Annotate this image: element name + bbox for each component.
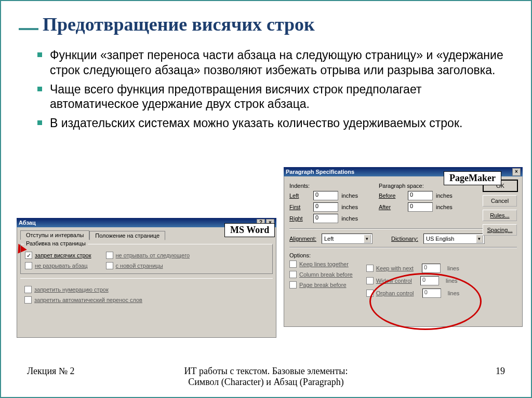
chk-page-break-before[interactable]: с новой страницы (106, 262, 190, 269)
title-accent-rule (19, 28, 38, 30)
chk-widow-control-label: запрет висячих строк (35, 252, 91, 258)
input-after[interactable]: 0 (408, 202, 433, 212)
unit-inches: inches (436, 193, 453, 199)
chk-column-break-before[interactable]: Column break before (289, 271, 353, 278)
chk-keep-together-label: не разрывать абзац (35, 263, 88, 269)
alignment-select[interactable]: Left▾ (322, 234, 373, 244)
lbl-right: Right (289, 215, 313, 222)
chk-keep-with-next-label: Keep with next (376, 265, 414, 271)
chevron-down-icon: ▾ (364, 235, 371, 243)
bullet-item: Функции «запрет переноса части абзаца на… (37, 48, 513, 78)
slide-title: Предотвращение висячих строк (43, 13, 513, 35)
tab-pagination[interactable]: Положение на странице (89, 231, 165, 240)
chk-keep-with-next[interactable]: Keep with next 0 lines (366, 264, 460, 273)
pagination-group-title: Разбивка на страницы (24, 240, 88, 246)
chk-no-hyphenation[interactable]: запретить автоматический перенос слов (24, 296, 269, 304)
msword-title: Абзац (19, 218, 36, 227)
extra-group: запретить нумерацию строк запретить авто… (20, 278, 273, 304)
chk-no-hyphenation-label: запретить автоматический перенос слов (34, 297, 142, 303)
tab-indents[interactable]: Отступы и интервалы (20, 230, 89, 240)
cancel-button[interactable]: Cancel (483, 195, 517, 207)
lbl-first: First (289, 204, 313, 210)
chevron-down-icon: ▾ (476, 235, 483, 243)
input-left[interactable]: 0 (313, 191, 338, 200)
footer-center-line1: ИТ работы с текстом. Базовые элементы: (184, 366, 348, 376)
chk-widow-control-label: Widow control (376, 278, 412, 284)
rules-button[interactable]: Rules... (483, 210, 517, 221)
dictionary-select[interactable]: US English▾ (423, 234, 485, 244)
tab-indents-label: Отступы и интервалы (26, 232, 84, 238)
chk-orphan-control[interactable]: Orphan control 0 lines (366, 289, 460, 298)
slide-footer: Лекция № 2 ИТ работы с текстом. Базовые … (1, 366, 531, 388)
chk-keep-with-next-label: не отрывать от следующего (116, 252, 190, 258)
close-button[interactable]: × (512, 168, 521, 176)
unit-inches: inches (436, 204, 453, 210)
lbl-left: Left (289, 193, 313, 199)
spacing-button[interactable]: Spacing... (483, 224, 517, 236)
msword-label: MS Word (224, 223, 275, 237)
options-heading: Options: (289, 252, 517, 258)
unit-inches: inches (341, 193, 358, 199)
footer-page-number: 19 (401, 366, 505, 388)
chk-widow-control[interactable]: Widow control 0 lines (366, 276, 460, 285)
chk-suppress-line-numbers-label: запретить нумерацию строк (34, 286, 109, 293)
footer-center-line2: Символ (Character) и Абзац (Paragraph) (188, 377, 344, 387)
bullet-item: Чаще всего функция предотвращения висячи… (37, 82, 513, 112)
alignment-value: Left (324, 236, 334, 242)
chk-keep-lines-together[interactable]: Keep lines together (289, 260, 353, 268)
unit-inches: inches (341, 215, 358, 222)
input-widow-lines[interactable]: 0 (420, 276, 439, 285)
unit-lines: lines (446, 278, 458, 284)
unit-lines: lines (447, 265, 459, 271)
chk-keep-together[interactable]: не разрывать абзац (25, 262, 91, 269)
lbl-dictionary: Dictionary: (391, 236, 418, 242)
input-keep-next-lines[interactable]: 0 (422, 264, 441, 273)
space-heading: Paragraph space: (379, 183, 453, 189)
input-first[interactable]: 0 (313, 202, 338, 212)
chk-keep-lines-together-label: Keep lines together (299, 261, 349, 267)
tab-pagination-label: Положение на странице (95, 232, 159, 239)
input-orphan-lines[interactable]: 0 (422, 289, 441, 298)
chk-suppress-line-numbers[interactable]: запретить нумерацию строк (24, 286, 269, 293)
unit-inches: inches (341, 204, 358, 210)
lbl-before: Before (379, 193, 408, 199)
chk-page-break-before-label: Page break before (299, 282, 347, 288)
spacing-button-label: Spacing... (487, 227, 513, 233)
footer-left: Лекция № 2 (27, 366, 131, 388)
chk-page-break-before[interactable]: Page break before (289, 281, 353, 289)
pagemaker-label: PageMaker (444, 171, 501, 185)
chk-orphan-control-label: Orphan control (376, 290, 414, 296)
pagemaker-title: Paragraph Specifications (286, 167, 354, 176)
chk-widow-control[interactable]: запрет висячих строк (25, 252, 91, 259)
dictionary-value: US English (426, 236, 454, 242)
unit-lines: lines (448, 290, 460, 296)
bullet-list: Функции «запрет переноса части абзаца на… (37, 48, 513, 131)
chk-column-break-before-label: Column break before (299, 271, 353, 278)
chk-keep-with-next[interactable]: не отрывать от следующего (106, 252, 190, 259)
chk-page-break-before-label: с новой страницы (116, 263, 163, 269)
rules-button-label: Rules... (490, 212, 509, 218)
bullet-item: В издательских системах можно указать ко… (37, 116, 513, 131)
input-right[interactable]: 0 (313, 214, 338, 223)
pagination-group: Разбивка на страницы запрет висячих стро… (20, 244, 273, 274)
input-before[interactable]: 0 (408, 191, 433, 200)
pagemaker-dialog: Paragraph Specifications × OK Cancel Rul… (284, 167, 523, 327)
lbl-after: After (379, 204, 408, 210)
indents-heading: Indents: (289, 183, 358, 189)
lbl-alignment: Alignment: (289, 236, 316, 242)
